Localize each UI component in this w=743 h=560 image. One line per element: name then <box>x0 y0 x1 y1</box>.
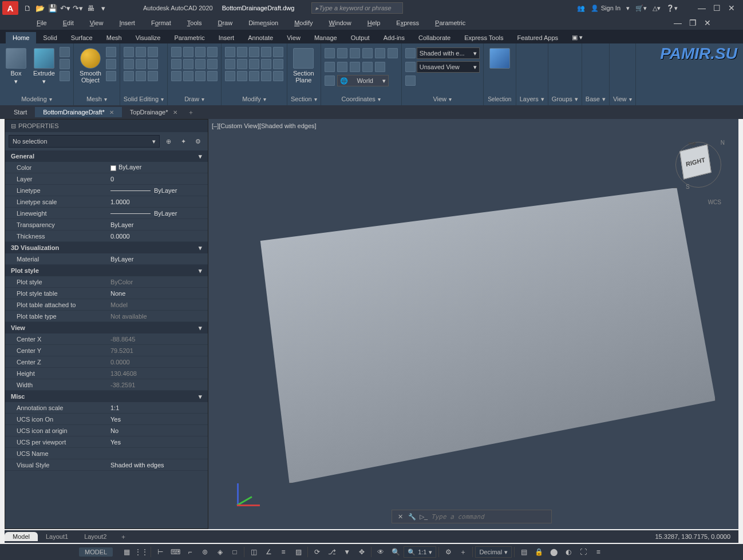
menu-window[interactable]: Window <box>321 18 359 27</box>
cmdline-customize-icon[interactable]: 🔧 <box>408 513 416 521</box>
units-combo[interactable]: Decimal▾ <box>475 546 512 558</box>
save-icon[interactable]: 💾 <box>47 2 58 14</box>
saved-view-combo[interactable]: Unsaved View▾ <box>417 61 480 73</box>
menu-draw[interactable]: Draw <box>210 18 240 27</box>
annotation-visibility-icon[interactable]: 👁 <box>374 546 388 558</box>
mdi-minimize-button[interactable]: — <box>671 17 685 29</box>
ucs-axis-indicator[interactable] <box>226 478 260 512</box>
transparency-icon[interactable]: ▨ <box>291 546 305 558</box>
search-input[interactable]: ▸ Type a keyword or phrase <box>311 2 403 14</box>
ribbon-tab-solid[interactable]: Solid <box>36 32 64 43</box>
panel-title-groups[interactable]: Groups▾ <box>552 94 578 104</box>
props-row-center-x[interactable]: Center X-88.8645 <box>5 333 208 345</box>
ribbon-tab-expresstools[interactable]: Express Tools <box>457 32 510 43</box>
fillet-icon[interactable] <box>249 59 259 69</box>
props-row-width[interactable]: Width-38.2591 <box>5 379 208 391</box>
move-icon[interactable] <box>225 47 235 57</box>
menu-file[interactable]: File <box>29 18 55 27</box>
menu-insert[interactable]: Insert <box>111 18 143 27</box>
intersect-icon[interactable] <box>148 47 158 57</box>
selection-button[interactable] <box>487 47 512 70</box>
panel-title-layers[interactable]: Layers▾ <box>520 94 544 104</box>
select-objects-icon[interactable]: ✦ <box>177 135 189 148</box>
offset-icon[interactable] <box>261 71 271 81</box>
props-row-ucs-icon-at-origin[interactable]: UCS icon at originNo <box>5 425 208 436</box>
infer-constraints-icon[interactable]: ⊢ <box>153 546 167 558</box>
props-row-center-z[interactable]: Center Z0.0000 <box>5 356 208 368</box>
quick-select-icon[interactable]: ⚙ <box>192 135 204 148</box>
ucs-z-icon[interactable] <box>350 62 360 72</box>
ribbon-tab-manage[interactable]: Manage <box>307 32 344 43</box>
hardware-accel-icon[interactable]: ⬤ <box>547 546 560 558</box>
array-icon[interactable] <box>249 71 259 81</box>
panel-title-draw[interactable]: Draw ▾ <box>171 94 218 104</box>
menu-dimension[interactable]: Dimension <box>240 18 286 27</box>
toggle-pickadd-icon[interactable]: ⊕ <box>162 135 175 148</box>
viewport[interactable]: [–][Custom View][Shaded with edges] RIGH… <box>208 119 738 529</box>
panel-title-modify[interactable]: Modify ▾ <box>225 94 283 104</box>
ribbon-tab-insert[interactable]: Insert <box>212 32 242 43</box>
tab-bottom-drainage[interactable]: BottomDrainageDraft*✕ <box>35 107 122 117</box>
rotate-icon[interactable] <box>237 47 247 57</box>
gizmo-icon[interactable]: ✥ <box>355 546 369 558</box>
command-input[interactable] <box>431 513 534 521</box>
minimize-button[interactable]: — <box>695 2 709 14</box>
props-row-layer[interactable]: Layer0 <box>5 173 208 185</box>
subtract-icon[interactable] <box>136 47 146 57</box>
ribbon-tab-surface[interactable]: Surface <box>64 32 100 43</box>
region-icon[interactable] <box>195 71 205 81</box>
props-row-plot-style[interactable]: Plot styleByColor <box>5 276 208 288</box>
ribbon-tab-parametric[interactable]: Parametric <box>167 32 211 43</box>
props-row-visual-style[interactable]: Visual StyleShaded with edges <box>5 459 208 471</box>
ucs-y-icon[interactable] <box>337 62 347 72</box>
polysolid-icon[interactable] <box>60 47 70 57</box>
props-row-ucs-icon-on[interactable]: UCS icon OnYes <box>5 414 208 425</box>
osnap-icon[interactable]: □ <box>228 546 242 558</box>
stretch-icon[interactable] <box>225 71 235 81</box>
polyline-icon[interactable] <box>183 47 193 57</box>
copy-icon[interactable] <box>225 59 235 69</box>
tab-top-drainage[interactable]: TopDrainage*✕ <box>122 107 185 117</box>
props-row-plot-style-table[interactable]: Plot style tableNone <box>5 288 208 299</box>
smooth-object-button[interactable]: Smooth Object <box>77 47 104 85</box>
props-row-ucs-name[interactable]: UCS Name <box>5 448 208 459</box>
new-icon[interactable]: 🗋 <box>22 2 33 14</box>
mesh-less-icon[interactable] <box>106 59 116 69</box>
ribbon-tab-visualize[interactable]: Visualize <box>129 32 168 43</box>
menu-format[interactable]: Format <box>143 18 179 27</box>
selection-cycling-icon[interactable]: ⟳ <box>310 546 324 558</box>
props-section-general[interactable]: General▾ <box>5 150 208 162</box>
props-section-3d-visualization[interactable]: 3D Visualization▾ <box>5 242 208 253</box>
props-section-plot-style[interactable]: Plot style▾ <box>5 265 208 276</box>
props-row-thickness[interactable]: Thickness0.0000 <box>5 231 208 242</box>
props-section-misc[interactable]: Misc▾ <box>5 391 208 402</box>
extend-icon[interactable] <box>261 47 271 57</box>
panel-title-solid-editing[interactable]: Solid Editing ▾ <box>124 94 164 104</box>
plot-icon[interactable]: 🖶 <box>85 2 96 14</box>
spline-icon[interactable] <box>207 59 218 69</box>
add-layout-button[interactable]: ＋ <box>114 531 132 542</box>
lock-ui-icon[interactable]: 🔒 <box>532 546 546 558</box>
mesh-refine-icon[interactable] <box>106 71 116 81</box>
tab-start[interactable]: Start <box>6 107 35 117</box>
ucs-x-icon[interactable] <box>325 62 335 72</box>
dynamic-input-icon[interactable]: ⌨ <box>168 546 182 558</box>
chamfer-icon[interactable] <box>261 59 271 69</box>
visual-style-combo[interactable]: Shaded with e...▾ <box>417 47 480 59</box>
qat-more-icon[interactable]: ▾ <box>97 2 109 14</box>
app-logo[interactable]: A <box>2 1 18 15</box>
workspace-icon[interactable]: ⚙ <box>441 546 455 558</box>
line-icon[interactable] <box>171 47 181 57</box>
redo-icon[interactable]: ↷▾ <box>72 2 84 14</box>
panel-title-mesh[interactable]: Mesh ▾ <box>77 94 116 104</box>
maximize-button[interactable]: ☐ <box>710 2 724 14</box>
ucs-3pt-icon[interactable] <box>362 62 373 72</box>
saved-view-icon[interactable] <box>405 62 416 72</box>
fillet-edge-icon[interactable] <box>148 71 158 81</box>
offset-edge-icon[interactable] <box>136 71 146 81</box>
dynamic-ucs-icon[interactable]: ⎇ <box>325 546 339 558</box>
signin-button[interactable]: 👤 Sign In <box>591 5 621 12</box>
polygon-icon[interactable] <box>183 59 193 69</box>
layout-tab-model[interactable]: Model <box>5 532 38 541</box>
mdi-close-button[interactable]: ✕ <box>701 17 714 29</box>
